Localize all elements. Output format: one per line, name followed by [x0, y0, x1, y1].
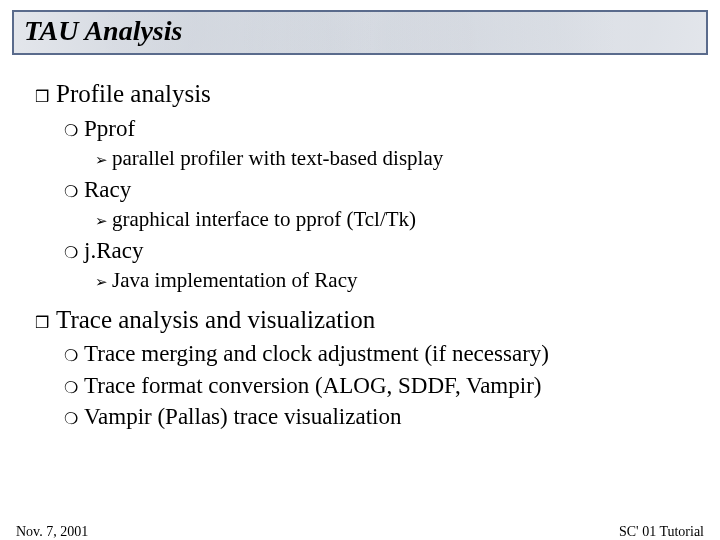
level2-text: Racy: [84, 174, 131, 205]
arrow-bullet-icon: ➢: [90, 272, 112, 292]
footer-date: Nov. 7, 2001: [16, 524, 88, 540]
bullet-level1: ❒ Profile analysis: [28, 77, 692, 111]
level1-text: Trace analysis and visualization: [56, 303, 375, 337]
bullet-level3: ➢ Java implementation of Racy: [28, 266, 692, 294]
bullet-level2: ❍ Pprof: [28, 113, 692, 144]
arrow-bullet-icon: ➢: [90, 150, 112, 170]
circle-bullet-icon: ❍: [58, 242, 84, 264]
title-bar: TAU Analysis: [12, 10, 708, 55]
slide-title: TAU Analysis: [24, 16, 696, 47]
level1-text: Profile analysis: [56, 77, 211, 111]
square-bullet-icon: ❒: [28, 312, 56, 334]
bullet-level2: ❍ Racy: [28, 174, 692, 205]
bullet-level2: ❍ Trace format conversion (ALOG, SDDF, V…: [28, 370, 692, 401]
circle-bullet-icon: ❍: [58, 377, 84, 399]
level3-text: Java implementation of Racy: [112, 266, 358, 294]
level3-text: parallel profiler with text-based displa…: [112, 144, 443, 172]
circle-bullet-icon: ❍: [58, 120, 84, 142]
circle-bullet-icon: ❍: [58, 408, 84, 430]
arrow-bullet-icon: ➢: [90, 211, 112, 231]
bullet-level2: ❍ Trace merging and clock adjustment (if…: [28, 338, 692, 369]
bullet-level2: ❍ Vampir (Pallas) trace visualization: [28, 401, 692, 432]
level2-text: j.Racy: [84, 235, 143, 266]
square-bullet-icon: ❒: [28, 86, 56, 108]
slide: TAU Analysis ❒ Profile analysis ❍ Pprof …: [0, 10, 720, 540]
level2-text: Pprof: [84, 113, 135, 144]
footer-event: SC' 01 Tutorial: [619, 524, 704, 540]
bullet-level3: ➢ parallel profiler with text-based disp…: [28, 144, 692, 172]
footer: Nov. 7, 2001 SC' 01 Tutorial: [16, 524, 704, 540]
bullet-level1: ❒ Trace analysis and visualization: [28, 303, 692, 337]
level2-text: Trace merging and clock adjustment (if n…: [84, 338, 549, 369]
slide-body: ❒ Profile analysis ❍ Pprof ➢ parallel pr…: [0, 55, 720, 432]
bullet-level3: ➢ graphical interface to pprof (Tcl/Tk): [28, 205, 692, 233]
circle-bullet-icon: ❍: [58, 181, 84, 203]
level3-text: graphical interface to pprof (Tcl/Tk): [112, 205, 416, 233]
bullet-level2: ❍ j.Racy: [28, 235, 692, 266]
level2-text: Trace format conversion (ALOG, SDDF, Vam…: [84, 370, 541, 401]
level2-text: Vampir (Pallas) trace visualization: [84, 401, 401, 432]
circle-bullet-icon: ❍: [58, 345, 84, 367]
